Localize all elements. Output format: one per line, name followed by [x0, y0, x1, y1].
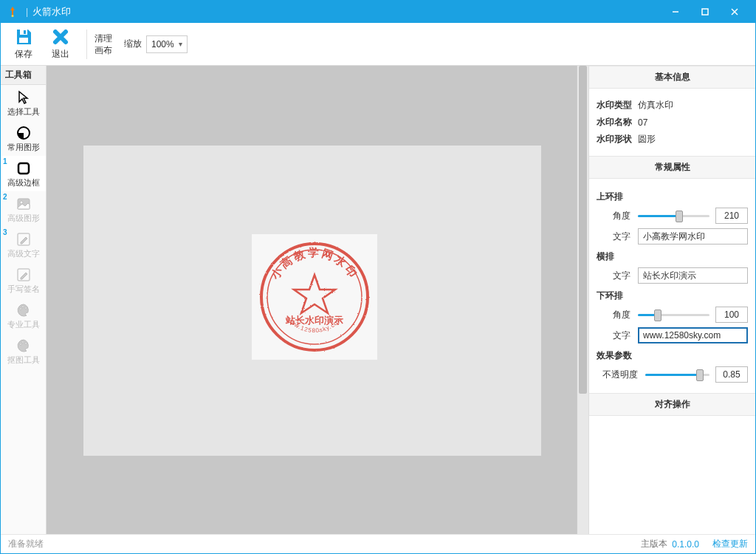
- cursor-icon: [16, 89, 32, 106]
- toolbar: 保存 退出 清理 画布 缩放 100%: [1, 23, 755, 66]
- save-button[interactable]: 保存: [5, 25, 42, 64]
- close-button[interactable]: [720, 1, 749, 23]
- svg-point-16: [24, 307, 27, 310]
- clear-canvas-button[interactable]: 清理 画布: [94, 33, 112, 56]
- tool-signature[interactable]: 手写签名: [1, 262, 46, 298]
- svg-rect-9: [18, 163, 29, 174]
- toolbar-separator: [86, 30, 87, 59]
- svg-point-14: [19, 308, 21, 310]
- effect-group: 效果参数: [597, 349, 748, 362]
- version-value: 0.1.0.0: [672, 539, 699, 550]
- stamp-graphic: 小高教学网水印 站长水印演示 www.12580sky.com: [255, 238, 374, 356]
- canvas-vertical-scrollbar[interactable]: [577, 66, 588, 534]
- svg-point-11: [20, 201, 23, 204]
- tool-shapes[interactable]: 常用图形: [1, 120, 46, 156]
- canvas-viewport[interactable]: 小高教学网水印 站长水印演示 www.12580sky.com: [47, 66, 577, 534]
- lower-angle-input[interactable]: 100: [715, 307, 748, 323]
- square-icon: [16, 160, 32, 177]
- svg-rect-2: [702, 9, 708, 15]
- scrollbar-thumb[interactable]: [579, 66, 587, 394]
- tool-cutout[interactable]: 抠图工具: [1, 333, 46, 369]
- pencil-icon: [16, 267, 32, 283]
- svg-point-0: [12, 15, 14, 17]
- svg-point-17: [19, 343, 21, 346]
- section-basic-header: 基本信息: [589, 66, 755, 89]
- toolbox-header: 工具箱: [1, 66, 46, 85]
- zoom-control: 缩放 100%: [124, 35, 188, 53]
- app-icon: [7, 6, 18, 18]
- tool-adv-border[interactable]: 1 高级边框: [1, 156, 46, 191]
- wm-type-value: 仿真水印: [638, 99, 673, 112]
- circle-icon: [16, 125, 32, 141]
- wm-shape-value: 圆形: [638, 133, 656, 146]
- exit-icon: [51, 27, 70, 47]
- section-general-header: 常规属性: [589, 156, 755, 179]
- section-basic-body: 水印类型仿真水印 水印名称07 水印形状圆形: [589, 89, 755, 156]
- canvas-area: 小高教学网水印 站长水印演示 www.12580sky.com: [47, 66, 588, 534]
- titlebar-separator: |: [26, 7, 28, 17]
- status-ready: 准备就绪: [8, 538, 44, 550]
- palette-icon: [16, 302, 32, 318]
- upper-angle-slider[interactable]: [638, 209, 709, 222]
- svg-point-20: [261, 244, 368, 350]
- lower-angle-slider[interactable]: [638, 308, 709, 321]
- svg-rect-7: [24, 30, 26, 34]
- lower-text-input[interactable]: www.12580sky.com: [638, 327, 748, 343]
- stamp-item[interactable]: 小高教学网水印 站长水印演示 www.12580sky.com: [252, 234, 377, 360]
- upper-angle-input[interactable]: 210: [715, 208, 748, 224]
- tool-select[interactable]: 选择工具: [1, 85, 46, 120]
- check-update-link[interactable]: 检查更新: [712, 538, 748, 550]
- properties-panel: 基本信息 水印类型仿真水印 水印名称07 水印形状圆形 常规属性 上环排 角度 …: [588, 66, 755, 534]
- section-align-body: [589, 416, 755, 428]
- toolbox-panel: 工具箱 选择工具 常用图形 1 高级边框 2 高级图形: [1, 66, 47, 534]
- save-label: 保存: [15, 48, 32, 61]
- zoom-select[interactable]: 100%: [146, 35, 188, 53]
- exit-button[interactable]: 退出: [42, 25, 79, 64]
- lower-arc-group: 下环排: [597, 290, 748, 302]
- horiz-group: 横排: [597, 250, 748, 263]
- tool-adv-text[interactable]: 3 高级文字: [1, 227, 46, 262]
- minimize-button[interactable]: [661, 1, 690, 23]
- statusbar: 准备就绪 主版本 0.1.0.0 检查更新: [1, 534, 755, 553]
- main-area: 工具箱 选择工具 常用图形 1 高级边框 2 高级图形: [1, 66, 755, 534]
- palette2-icon: [16, 338, 32, 354]
- wm-name-label: 水印名称: [597, 116, 638, 129]
- tool-adv-shapes[interactable]: 2 高级图形: [1, 191, 46, 227]
- exit-label: 退出: [52, 48, 69, 61]
- svg-rect-6: [19, 38, 28, 43]
- section-general-body: 上环排 角度 210 文字 小高教学网水印 横排 文字 站长水印演示: [589, 179, 755, 393]
- wm-name-value: 07: [638, 117, 647, 128]
- opacity-input[interactable]: 0.85: [715, 366, 748, 383]
- zoom-label: 缩放: [124, 38, 142, 50]
- image-icon: [16, 196, 32, 212]
- version-label: 主版本: [641, 538, 667, 550]
- svg-point-18: [21, 341, 24, 343]
- canvas-paper[interactable]: 小高教学网水印 站长水印演示 www.12580sky.com: [83, 146, 541, 456]
- app-title: 火箭水印: [32, 5, 71, 18]
- titlebar: | 火箭水印: [1, 1, 755, 23]
- tool-pro[interactable]: 专业工具: [1, 298, 46, 333]
- upper-text-input[interactable]: 小高教学网水印: [638, 228, 748, 244]
- horiz-text-input[interactable]: 站长水印演示: [638, 267, 748, 284]
- app-window: | 火箭水印 保存 退出 清理 画布 缩放 100%: [0, 0, 756, 554]
- svg-point-19: [24, 343, 27, 345]
- upper-arc-group: 上环排: [597, 191, 748, 203]
- section-align-header: 对齐操作: [589, 393, 755, 416]
- wm-shape-label: 水印形状: [597, 133, 638, 146]
- edit-icon: [16, 231, 32, 247]
- svg-point-15: [21, 306, 24, 308]
- maximize-button[interactable]: [690, 1, 720, 23]
- wm-type-label: 水印类型: [597, 99, 638, 112]
- save-icon: [14, 27, 33, 47]
- opacity-slider[interactable]: [645, 368, 709, 381]
